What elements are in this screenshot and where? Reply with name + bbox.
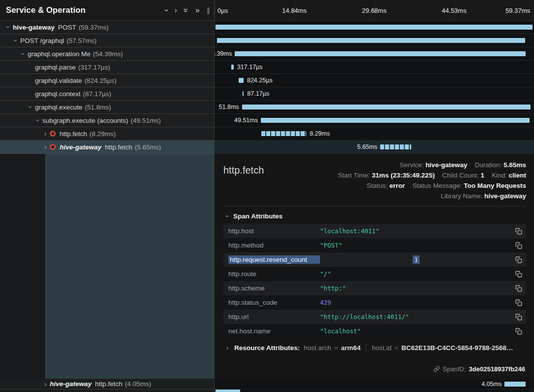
copy-button[interactable] xyxy=(512,227,522,236)
trace-row[interactable]: ›graphql.validate(824.25µs)824.25µs xyxy=(0,74,534,87)
span-bar[interactable] xyxy=(215,25,533,30)
span-duration: (317.17µs) xyxy=(78,64,110,71)
timeline-row[interactable]: 87.17µs xyxy=(214,87,534,101)
tree-cell[interactable]: ›graphql.operation Me(54.39ms) xyxy=(0,47,214,61)
span-bar[interactable] xyxy=(215,390,241,392)
timeline-row[interactable]: 4.05ms xyxy=(214,379,534,390)
span-duration: (8.29ms) xyxy=(90,130,116,138)
tree-cell[interactable]: ›graphql.execute(51.8ms) xyxy=(0,101,214,114)
span-bar[interactable] xyxy=(239,78,244,83)
tree-cell[interactable]: ›hive-gatewayhttp.fetch(4.05ms) xyxy=(0,379,214,390)
trace-row[interactable]: ›graphql.execute(51.8ms)51.8ms xyxy=(0,101,534,114)
span-bar[interactable] xyxy=(235,51,525,56)
span-id-label: SpanID: xyxy=(443,365,466,373)
span-bar[interactable] xyxy=(380,144,411,149)
meta-value: hive-gateway xyxy=(484,192,526,200)
tree-cell[interactable]: ›hive-gatewayhttp.fetch(5.65ms) xyxy=(0,141,214,154)
bar-duration-label: 8.29ms xyxy=(310,130,330,137)
meta-pair: Library Name: hive-gateway xyxy=(441,192,526,200)
timeline-row[interactable]: 8.29ms xyxy=(214,127,534,141)
trace-row[interactable]: ›POST /graphql(57.57ms) xyxy=(0,34,534,47)
divider xyxy=(223,206,526,207)
span-bar[interactable] xyxy=(231,65,234,70)
equals-sign: = xyxy=(334,344,338,352)
span-duration: (87.17µs) xyxy=(83,90,111,98)
copy-button[interactable] xyxy=(512,284,522,293)
attr-row: http.scheme"http:" xyxy=(223,281,526,295)
tree-cell[interactable]: ›graphql.validate(824.25µs) xyxy=(0,74,214,87)
trace-row[interactable]: ›http.fetch(8.29ms)8.29ms xyxy=(0,127,534,141)
span-name: http.fetch xyxy=(105,143,133,151)
span-bar[interactable] xyxy=(242,105,531,109)
attr-value: 1 xyxy=(413,255,420,264)
chevron-right-icon[interactable]: › xyxy=(175,6,177,14)
meta-value: client xyxy=(509,172,526,179)
copy-button[interactable] xyxy=(512,255,522,264)
tree-cell[interactable]: ›POST /graphql(57.57ms) xyxy=(0,34,214,47)
copy-button[interactable] xyxy=(512,241,522,250)
tree-cell[interactable]: ›http.fetch(8.29ms) xyxy=(0,127,214,141)
chevron-down-icon[interactable]: › xyxy=(35,117,41,124)
resource-attributes-row[interactable]: › Resource Attributes: host.arch=arm64ho… xyxy=(223,344,526,352)
attr-value: "http:" xyxy=(320,285,346,292)
trace-row[interactable]: ›subgraph.execute (accounts)(49.51ms)49.… xyxy=(0,114,534,127)
trace-row[interactable]: ›graphql.parse(317.17µs)317.17µs xyxy=(0,61,534,74)
chevron-right-icon[interactable]: › xyxy=(42,143,49,150)
chevron-down-icon[interactable]: › xyxy=(27,104,34,110)
timeline-row[interactable]: 824.25µs xyxy=(214,74,534,87)
copy-button[interactable] xyxy=(512,270,522,279)
timeline-row[interactable]: 317.17µs xyxy=(214,61,534,74)
attr-value: "/" xyxy=(320,270,331,278)
timeline-row[interactable]: 5.65ms xyxy=(214,141,534,154)
copy-button[interactable] xyxy=(512,327,522,336)
timeline-row[interactable]: 54.39ms xyxy=(214,47,534,61)
chevron-down-icon[interactable]: › xyxy=(162,9,170,11)
tree-cell[interactable]: ›subgraph.execute (accounts)(49.51ms) xyxy=(0,114,214,127)
span-bar[interactable] xyxy=(261,118,530,123)
copy-button[interactable] xyxy=(512,313,522,321)
span-name: graphql.execute xyxy=(35,104,82,111)
span-bar[interactable] xyxy=(217,38,525,43)
resize-handle-icon[interactable]: ∥ xyxy=(207,6,210,14)
double-chevron-down-icon[interactable]: » xyxy=(182,8,190,12)
span-bar[interactable] xyxy=(261,131,306,136)
copy-button[interactable] xyxy=(512,298,522,307)
trace-row[interactable]: ›hive-gatewayhttp.fetch(5.65ms)5.65ms xyxy=(0,141,534,154)
trace-row[interactable]: ›graphql.operation Me(54.39ms)54.39ms xyxy=(0,47,534,61)
selected-subtree-highlight xyxy=(45,154,214,379)
chevron-right-icon[interactable]: › xyxy=(42,381,49,388)
tick-label: 44.53ms xyxy=(442,6,466,14)
timeline-row[interactable] xyxy=(214,34,534,47)
timeline-row[interactable]: 49.51ms xyxy=(214,114,534,127)
meta-label: Start Time: xyxy=(338,172,372,179)
attr-row: http.url"http://localhost:4011/" xyxy=(223,310,526,324)
resource-attributes-label: Resource Attributes: xyxy=(234,344,300,352)
bar-duration-label: 87.17µs xyxy=(247,90,269,97)
tree-cell[interactable]: ›graphql.context(87.17µs) xyxy=(0,87,214,101)
span-detail-panel: http.fetch Service: hive-gatewayDuration… xyxy=(214,154,534,379)
trace-row[interactable]: ›graphql.context(87.17µs)87.17µs xyxy=(0,87,534,101)
tick-label: 0µs xyxy=(217,6,228,14)
timeline-row[interactable]: 51.8ms xyxy=(214,101,534,114)
timeline-row[interactable] xyxy=(214,21,534,34)
chevron-down-icon[interactable]: › xyxy=(20,50,27,57)
meta-label: Kind: xyxy=(492,172,509,179)
meta-pair: Child Count: 1 xyxy=(442,172,485,179)
link-icon[interactable] xyxy=(433,366,440,372)
trace-row[interactable]: ›hive-gatewayPOST(59.37ms) xyxy=(0,21,534,34)
meta-value: Too Many Requests xyxy=(463,182,526,189)
copy-icon xyxy=(515,242,522,249)
chevron-right-icon[interactable]: › xyxy=(42,130,49,137)
bar-duration-label: 317.17µs xyxy=(237,64,263,71)
double-chevron-right-icon[interactable]: » xyxy=(195,6,200,14)
trace-row[interactable]: ›hive-gatewayhttp.fetch(4.05ms)4.05ms xyxy=(0,379,534,390)
span-bar[interactable] xyxy=(243,91,244,96)
span-attributes-heading[interactable]: › Span Attributes xyxy=(224,213,526,220)
span-bar[interactable] xyxy=(504,382,526,387)
chevron-down-icon[interactable]: › xyxy=(12,37,19,44)
chevron-down-icon[interactable]: › xyxy=(5,24,12,31)
attr-key: net.host.name xyxy=(228,327,320,335)
tree-cell[interactable]: ›hive-gatewayPOST(59.37ms) xyxy=(0,21,214,34)
span-name: graphql.operation Me xyxy=(28,50,91,58)
tree-cell[interactable]: ›graphql.parse(317.17µs) xyxy=(0,61,214,74)
